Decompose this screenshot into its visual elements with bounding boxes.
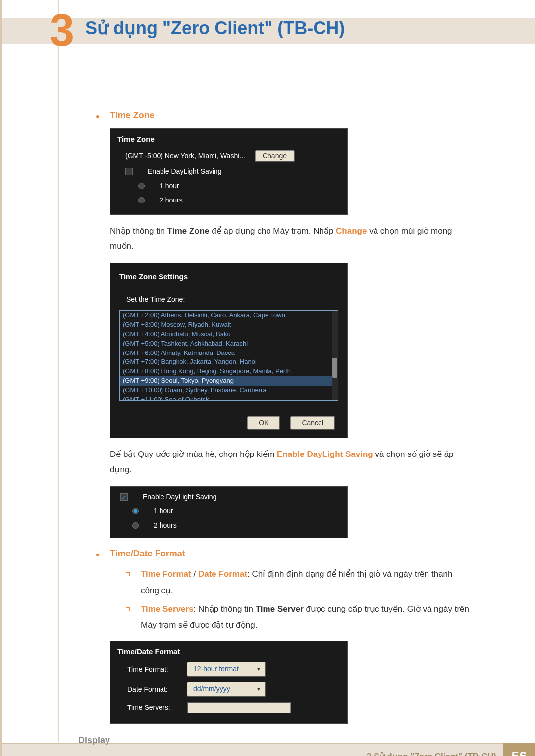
chevron-down-icon: ▼ xyxy=(256,665,261,673)
chevron-down-icon: ▼ xyxy=(256,685,261,693)
dst-label: Enable DayLight Saving xyxy=(143,492,216,502)
timezone-list-item[interactable]: (GMT +9:00) Seoul, Tokyo, Pyongyang xyxy=(120,376,338,386)
date-format-dropdown[interactable]: dd/mm/yyyy ▼ xyxy=(187,682,266,697)
scrollbar-handle[interactable] xyxy=(332,358,337,378)
scrollbar[interactable] xyxy=(332,311,338,400)
panel-title: Time Zone xyxy=(117,134,340,145)
page-number: 56 xyxy=(503,743,535,756)
dst-1hour-label: 1 hour xyxy=(154,506,173,516)
timezone-list-item[interactable]: (GMT +6:00) Almaty, Katmandu, Dacca xyxy=(120,349,338,358)
dst-1hour-radio[interactable] xyxy=(138,183,145,189)
left-margin-line xyxy=(58,0,59,742)
section-label: Time/Date Format xyxy=(110,547,185,560)
dst-checkbox-checked[interactable] xyxy=(120,493,128,501)
timezone-list-item[interactable]: (GMT +7:00) Bangkok, Jakarta, Yangon, Ha… xyxy=(120,357,338,367)
cancel-button[interactable]: Cancel xyxy=(290,416,335,430)
chapter-number: 3 xyxy=(50,8,74,52)
timezone-list-item[interactable]: (GMT +11:00) Sea of Okhotsk xyxy=(120,395,338,401)
timezone-settings-screenshot: Time Zone Settings Set the Time Zone: (G… xyxy=(110,263,348,439)
dst-2hours-radio[interactable] xyxy=(138,197,145,203)
display-heading: Display xyxy=(78,734,473,747)
square-bullet-icon xyxy=(126,607,130,611)
time-servers-input[interactable] xyxy=(187,702,291,713)
bullet-icon xyxy=(96,115,99,118)
change-button[interactable]: Change xyxy=(255,150,295,162)
timezone-list-item[interactable]: (GMT +3:00) Moscow, Riyadh, Kuwait xyxy=(120,320,338,330)
date-format-label: Date Format: xyxy=(127,684,187,695)
panel-title: Time/Date Format xyxy=(117,646,340,657)
timezone-list-item[interactable]: (GMT +8:00) Hong Kong, Beijing, Singapor… xyxy=(120,367,338,376)
dst-1hour-radio[interactable] xyxy=(132,508,139,514)
display-desc: Đặt cấu hình cài đặt cho thiết bị hiển t… xyxy=(78,754,473,756)
dst-enabled-screenshot: Enable DayLight Saving 1 hour 2 hours xyxy=(110,486,348,538)
time-format-dropdown[interactable]: 12-hour format ▼ xyxy=(187,662,266,677)
timezone-list-item[interactable]: (GMT +2:00) Athens, Helsinki, Cairo, Ank… xyxy=(120,311,338,320)
sub-time-servers: Time Servers: Nhập thông tin Time Server… xyxy=(126,602,473,634)
time-date-format-screenshot: Time/Date Format Time Format: 12-hour fo… xyxy=(110,641,348,724)
section-time-date-format: Time/Date Format xyxy=(96,547,473,560)
dst-2hours-label: 2 hours xyxy=(154,520,177,531)
current-timezone-text: (GMT -5:00) New York, Miami, Washi... xyxy=(125,151,245,161)
dialog-title: Time Zone Settings xyxy=(119,271,338,283)
dst-desc: Để bật Quy ước giờ mùa hè, chọn hộp kiểm… xyxy=(110,447,473,477)
section-timezone: Time Zone xyxy=(96,109,473,122)
bullet-icon xyxy=(96,554,99,556)
dst-checkbox[interactable] xyxy=(125,168,133,175)
dst-1hour-label: 1 hour xyxy=(160,181,179,191)
section-label: Time Zone xyxy=(110,109,155,122)
timezone-desc: Nhập thông tin Time Zone để áp dụng cho … xyxy=(110,224,473,254)
timezone-panel-screenshot: Time Zone (GMT -5:00) New York, Miami, W… xyxy=(110,128,348,215)
sub-time-date-format: Time Format / Date Format: Chỉ định định… xyxy=(126,566,473,599)
dst-label: Enable DayLight Saving xyxy=(148,166,221,177)
chapter-title: Sử dụng "Zero Client" (TB-CH) xyxy=(85,15,345,42)
timezone-list-item[interactable]: (GMT +10:00) Guam, Sydney, Brisbane, Can… xyxy=(120,386,338,395)
time-servers-label: Time Servers: xyxy=(127,703,187,713)
timezone-list[interactable]: (GMT +2:00) Athens, Helsinki, Cairo, Ank… xyxy=(119,310,338,401)
ok-button[interactable]: OK xyxy=(247,416,280,430)
time-format-label: Time Format: xyxy=(127,664,187,675)
set-timezone-label: Set the Time Zone: xyxy=(126,294,338,304)
square-bullet-icon xyxy=(126,572,130,576)
timezone-list-item[interactable]: (GMT +4:00) Abudhabi, Muscat, Baku xyxy=(120,330,338,339)
dst-2hours-radio[interactable] xyxy=(132,522,139,529)
dst-2hours-label: 2 hours xyxy=(160,195,183,205)
timezone-list-item[interactable]: (GMT +5:00) Tashkent, Ashkhabad, Karachi xyxy=(120,339,338,349)
